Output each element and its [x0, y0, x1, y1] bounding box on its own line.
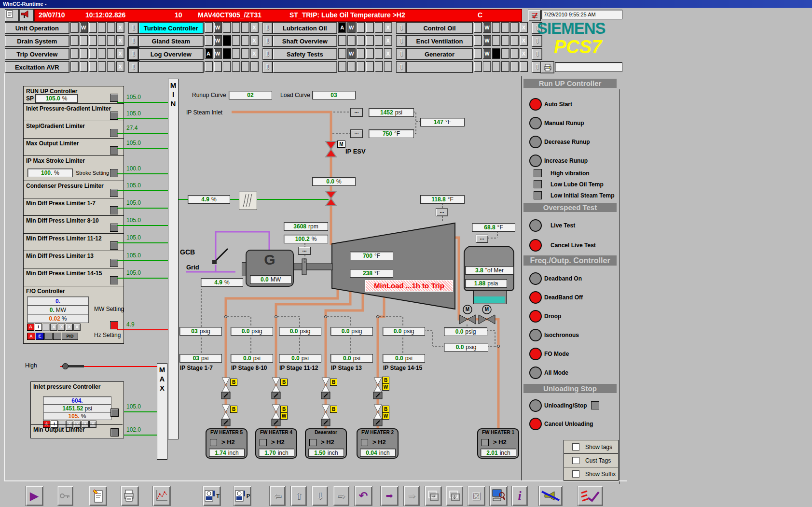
loop-in-trend-button[interactable]: T — [203, 486, 221, 506]
valve-tag-b: B — [330, 406, 337, 413]
option-checkbox[interactable] — [572, 470, 579, 478]
measurement-detail-button[interactable]: ... — [436, 208, 448, 216]
heater-checkbox[interactable] — [309, 439, 317, 446]
pid-button[interactable]: PID — [62, 333, 78, 340]
scale-value: 105.0 — [126, 140, 141, 146]
limiter-row: Min Diff Press Limiter 13 — [24, 251, 124, 268]
inlet-pressure-panel: Inlet pressure Controller 604. 1451.52ps… — [30, 381, 124, 438]
loop-in-picture-button[interactable]: P — [233, 486, 251, 506]
condition-checkbox[interactable] — [534, 191, 542, 199]
process-screen-search-button[interactable] — [489, 486, 508, 506]
valve-curve-button[interactable] — [239, 192, 257, 210]
forward-icon: ➡ — [385, 491, 393, 501]
nav-up-button[interactable]: ⇧ — [290, 486, 307, 506]
command-label: Live Test — [551, 222, 575, 229]
horn-acknowledge-button[interactable] — [538, 486, 563, 506]
command-label: Auto Start — [544, 101, 572, 108]
report-print-button[interactable] — [121, 486, 139, 506]
limiter-row: Min Diff Press Limiter 11-12 — [24, 234, 124, 251]
inlet-temp-field: 750°F — [369, 129, 414, 138]
measurement-detail-button[interactable]: ... — [476, 235, 488, 243]
command-button[interactable] — [529, 310, 542, 323]
command-button[interactable] — [529, 98, 542, 111]
measurement-detail-button[interactable]: ... — [298, 247, 311, 255]
inlet-select-button[interactable] — [110, 408, 119, 417]
heater-checkbox[interactable] — [210, 439, 217, 446]
panel-button-row: FO Mode — [523, 344, 619, 363]
backpressure-field: 1.88psia — [465, 279, 507, 288]
auto-mode-button[interactable]: A — [27, 333, 35, 340]
heater-checkbox[interactable] — [361, 439, 368, 446]
option-checkbox[interactable] — [572, 457, 579, 464]
ip-steam-inlet-label: IP Steam Inlet — [186, 109, 222, 116]
ip-esv-valve[interactable] — [326, 141, 336, 157]
picture-undo-button[interactable]: ↶ — [354, 486, 372, 506]
info-button[interactable]: i — [511, 486, 528, 506]
window-switch-icon — [427, 490, 440, 502]
command-button[interactable] — [529, 219, 542, 232]
x-button[interactable]: X — [50, 324, 57, 331]
min-output-title: Min Output Limiter — [31, 425, 85, 433]
command-button[interactable] — [529, 117, 542, 129]
nav-down-button[interactable]: ⇩ — [312, 486, 328, 506]
command-button[interactable] — [529, 366, 542, 379]
scale-value: 27.4 — [126, 125, 138, 131]
command-button[interactable] — [529, 272, 542, 285]
alarm-list-button[interactable] — [89, 486, 107, 506]
fo-select-button[interactable] — [110, 321, 118, 329]
limiter-select-button[interactable] — [110, 94, 118, 102]
panel-title: Inlet pressure Controller — [31, 382, 124, 390]
window-switch-button[interactable] — [425, 486, 442, 506]
valve-tag-b: B — [230, 406, 237, 413]
auto-mode-button[interactable]: A — [27, 324, 34, 331]
acknowledge-alarms-button[interactable] — [577, 486, 603, 506]
stroke-setting-field[interactable]: 100.% — [28, 169, 73, 177]
external-mode-button[interactable]: E — [36, 333, 44, 340]
ip-control-valve[interactable] — [326, 191, 336, 206]
slider-handle[interactable] — [62, 363, 69, 369]
measurement-detail-button[interactable]: ... — [350, 108, 363, 117]
heater-checkbox[interactable] — [482, 439, 489, 446]
inlet-sp-row: 604. — [43, 396, 111, 405]
inlet-faceplate[interactable]: 604. 1451.52psi 105.% A I X X X X — [43, 397, 111, 428]
limiter-row: Inlet Pressure-Gradient Limiter — [24, 104, 124, 121]
measurement-detail-button[interactable]: ... — [350, 129, 363, 138]
command-button[interactable] — [529, 329, 542, 341]
row-title: Condenser Pressure Limiter — [24, 181, 124, 189]
command-button[interactable] — [529, 348, 542, 360]
command-button[interactable] — [529, 239, 542, 252]
runtime-play-button[interactable]: ▶ — [25, 486, 43, 506]
option-checkbox[interactable] — [572, 443, 579, 451]
runup-sp-field[interactable]: 105.0% — [35, 94, 78, 103]
condition-checkbox[interactable] — [534, 169, 542, 177]
x-button[interactable]: X — [58, 324, 65, 331]
panel-separator — [521, 76, 522, 481]
fo-faceplate[interactable]: 0. 0.MW 0.02% A I X X X X — [27, 297, 89, 331]
picture-step-button[interactable]: ➡ — [403, 486, 420, 506]
command-button[interactable] — [529, 155, 542, 167]
command-button[interactable] — [529, 399, 542, 412]
command-button[interactable] — [529, 418, 542, 430]
trend-display-button[interactable] — [152, 486, 171, 506]
window-close-button[interactable]: ⊠ — [467, 486, 485, 506]
window-switch2-button[interactable] — [446, 486, 463, 506]
panel-button-row: Deadband On — [523, 269, 619, 288]
valve-tag-b: B — [280, 406, 288, 413]
unloading-checkbox[interactable] — [591, 401, 599, 409]
min-output-select-button[interactable] — [110, 428, 119, 437]
x-button[interactable]: X — [66, 324, 73, 331]
command-button[interactable] — [529, 136, 542, 148]
heater-checkbox[interactable] — [260, 439, 267, 446]
nav-left-button[interactable]: ⇦ — [269, 486, 286, 506]
x-button[interactable]: X — [73, 324, 81, 331]
row-title: Min Diff Press Limiter 11-12 — [24, 234, 124, 242]
condition-checkbox[interactable] — [534, 180, 542, 188]
internal-mode-button[interactable]: I — [35, 324, 42, 331]
command-button[interactable] — [529, 291, 542, 304]
nav-right-button[interactable]: ⇨ — [333, 486, 349, 506]
extraction-valves[interactable] — [222, 378, 382, 419]
login-key-button[interactable] — [57, 486, 73, 506]
picture-forward-button[interactable]: ➡ — [380, 486, 399, 506]
freq-buttons: Deadband OnDeadBand OffDroopIsochronousF… — [523, 269, 619, 382]
valve-tag-b: B — [280, 379, 288, 386]
